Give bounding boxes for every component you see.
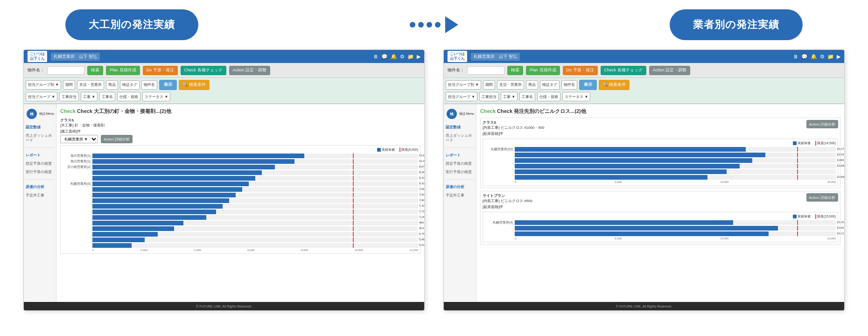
- left-sidebar-dashboard[interactable]: 売上ダッシュボード: [26, 133, 54, 144]
- right-bar1-value6: 12,800: [837, 175, 844, 178]
- left-sidebar-report1[interactable]: 想定予算の精度: [26, 161, 54, 167]
- actual-color-swatch: [377, 148, 381, 152]
- right-sidebar-report1[interactable]: 想定予算の精度: [446, 161, 474, 167]
- right-bar2-value3: 13,113: [837, 232, 844, 235]
- right-sidebar-logo: 検: [447, 109, 457, 119]
- left-period-filter[interactable]: 期間: [63, 80, 75, 90]
- right-product-filter[interactable]: 商品: [526, 80, 538, 90]
- right-branch-filter[interactable]: 支店・営業所: [497, 80, 524, 90]
- right-sidebar-extra1[interactable]: 予定外工事: [446, 192, 474, 199]
- right-folder-icon[interactable]: 📁: [827, 54, 834, 60]
- left-product-filter[interactable]: 商品: [106, 80, 118, 90]
- right-show-btn[interactable]: 表示: [579, 80, 597, 90]
- right-gear-icon[interactable]: ⚙: [820, 54, 825, 60]
- doc-icon[interactable]: 🗎: [373, 54, 378, 60]
- right-chart2-actual-label: 実績単価: [798, 214, 811, 219]
- left-sidebar-report2[interactable]: 実行予算の精度: [26, 169, 54, 175]
- left-workname-filter[interactable]: 工事名: [99, 92, 115, 101]
- gear-icon[interactable]: ⚙: [400, 54, 405, 60]
- bar-limit-16: [353, 238, 354, 242]
- folder-icon[interactable]: 📁: [407, 54, 414, 60]
- right-bar1-value3: 4,068: [837, 159, 844, 161]
- play-icon[interactable]: ▶: [417, 54, 420, 60]
- left-navbar: 物件名： 検索 Plan 見積作成 Do 予算・発注 Check 各種チェック …: [24, 63, 424, 78]
- bar-wrapper-12: 7,152: [92, 215, 418, 220]
- right-doc-icon[interactable]: 🗎: [793, 54, 798, 60]
- right-chart2-action-btn[interactable]: Action 詳細分析: [806, 193, 838, 202]
- right-bar2-limit1: [797, 220, 798, 225]
- left-group2-filter[interactable]: 担当グループ ▼: [26, 92, 57, 101]
- right-chart1-action-btn[interactable]: Action 詳細分析: [806, 120, 838, 128]
- left-condition-btn[interactable]: 🔍 検索条件: [179, 80, 210, 90]
- right-chart2-legend: 実績単価 限度(15,000): [485, 214, 836, 219]
- bar-wrapper-9: 7,902: [92, 198, 418, 203]
- bar-wrapper-6: 8,325: [92, 182, 418, 186]
- bell-icon[interactable]: 🔔: [391, 54, 397, 60]
- left-branch-dropdown[interactable]: 札幌営業所 ▼: [60, 135, 98, 143]
- left-work-filter[interactable]: 工事 ▼: [81, 92, 98, 101]
- right-footer: © FUTURE LINK, All Rights Reserved.: [444, 302, 844, 310]
- left-search-btn[interactable]: 検索: [87, 66, 103, 75]
- right-do-btn[interactable]: Do 予算・発注: [563, 66, 598, 75]
- left-nav-input[interactable]: [47, 66, 84, 75]
- left-sidebar-extra1[interactable]: 予定外工事: [26, 192, 54, 199]
- right-check-btn[interactable]: Check 各種チェック: [601, 66, 646, 75]
- right-group2-filter[interactable]: 担当グループ ▼: [446, 92, 477, 101]
- left-do-btn[interactable]: Do 予算・発注: [143, 66, 178, 75]
- right-play-icon[interactable]: ▶: [837, 54, 840, 60]
- left-topbar-icons: 🗎 💬 🔔 ⚙ 📁 ▶: [373, 54, 420, 60]
- bar-fill-7: [92, 187, 242, 192]
- bar-limit-8: [353, 193, 354, 197]
- chat-icon[interactable]: 💬: [381, 54, 388, 60]
- right-chart1-legend-actual: 実績単価: [793, 141, 811, 146]
- right-bar1-row5: [485, 169, 836, 174]
- bar-fill-5: [92, 176, 255, 181]
- left-oval-label: 大工別の発注実績: [65, 9, 198, 40]
- bar-wrapper-8: 7,506: [92, 193, 418, 197]
- right-status-filter[interactable]: ステータス ▼: [562, 92, 590, 101]
- right-bar1-value4: 13,868: [837, 164, 844, 167]
- right-bell-icon[interactable]: 🔔: [811, 54, 817, 60]
- right-group-filter[interactable]: 担当グループ別 ▼: [446, 80, 481, 90]
- left-show-btn[interactable]: 表示: [159, 80, 177, 90]
- left-check-title: Check Check 大工別の釘・金物・接着剤...(2)他: [60, 108, 420, 115]
- left-check-btn[interactable]: Check 各種チェック: [181, 66, 226, 75]
- left-status-filter[interactable]: ステータス ▼: [142, 92, 170, 101]
- bar-limit-15: [353, 232, 354, 237]
- screens-row: こいつは 山下くん 札幌営業所 山下 智弘 🗎 💬 🔔 ⚙ 📁 ▶ 物件名： 検…: [19, 49, 849, 311]
- right-period-filter[interactable]: 期間: [483, 80, 495, 90]
- right-condition-btn[interactable]: 🔍 検索条件: [599, 80, 630, 90]
- left-spec-filter[interactable]: 仕様・規格: [117, 92, 140, 101]
- right-search-btn[interactable]: 検索: [507, 66, 523, 75]
- right-property-filter[interactable]: 物件名: [561, 80, 577, 90]
- right-main-panel: Check Check 発注先別のビニルクロス...(2)他 クラスS [内装工…: [476, 104, 844, 302]
- right-filterbar: 担当グループ別 ▼ 期間 支店・営業所 商品 検証タグ 物件名 表示 🔍 検索条…: [444, 78, 844, 104]
- right-plan-btn[interactable]: Plan 見積作成: [526, 66, 560, 75]
- left-action-detail-btn[interactable]: Action 詳細分析: [101, 135, 133, 143]
- right-action-btn[interactable]: Action 設定・調整: [649, 66, 691, 75]
- right-workname-filter[interactable]: 工事名: [519, 92, 535, 101]
- left-action-btn[interactable]: Action 設定・調整: [229, 66, 271, 75]
- left-group-filter[interactable]: 担当グループ別 ▼: [26, 80, 61, 90]
- left-branch-filter[interactable]: 支店・営業所: [77, 80, 104, 90]
- right-sidebar-dashboard[interactable]: 売上ダッシュボード: [446, 133, 474, 144]
- left-tag-filter[interactable]: 検証タグ: [120, 80, 140, 90]
- left-plan-btn[interactable]: Plan 見積作成: [106, 66, 140, 75]
- right-spec-filter[interactable]: 仕様・規格: [537, 92, 560, 101]
- left-property-filter[interactable]: 物件名: [141, 80, 157, 90]
- left-divider2: [26, 179, 54, 180]
- right-work-filter[interactable]: 工事 ▼: [501, 92, 518, 101]
- right-chat-icon[interactable]: 💬: [801, 54, 808, 60]
- right-tag-filter[interactable]: 検証タグ: [540, 80, 560, 90]
- right-nav-input[interactable]: [467, 66, 504, 75]
- bar-row-12: 7,152: [63, 215, 418, 220]
- bar-row-2: 旭川営業所(1) 10,401: [63, 159, 418, 164]
- right-staff-filter[interactable]: 工事担当: [479, 92, 499, 101]
- bar-limit-12: [353, 215, 354, 220]
- right-chart1-title: クラスS [内装工事] ビニルクロス #1000・500 [延床面積]坪: [483, 120, 544, 137]
- right-sidebar-report2[interactable]: 実行予算の精度: [446, 169, 474, 175]
- left-staff-filter[interactable]: 工事担当: [59, 92, 79, 101]
- left-chart-controls: 札幌営業所 ▼ Action 詳細分析: [60, 135, 420, 143]
- right-topbar: こいつは 山下くん 札幌営業所 山下 智弘 🗎 💬 🔔 ⚙ 📁 ▶: [444, 50, 844, 63]
- right-sidebar-section3: 原価の分析: [446, 183, 474, 190]
